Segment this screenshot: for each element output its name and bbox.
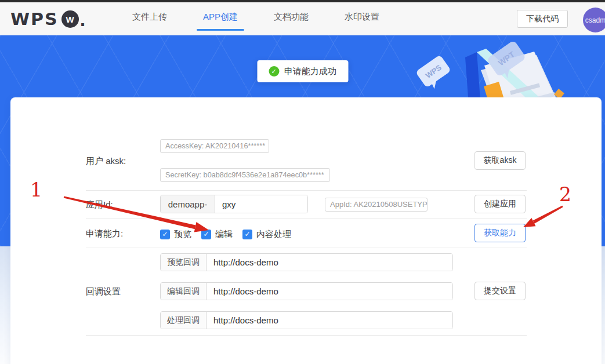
process-callback-prefix: 处理回调 [161, 312, 207, 329]
avatar[interactable]: csadm [583, 8, 605, 32]
main-nav: 文件上传 APP创建 文档功能 水印设置 [131, 2, 381, 35]
page: WPS WPT ✓ 申请能力成功 WPS W . 文件上传 APP创建 文档功能… [0, 0, 605, 364]
logo-wordmark: WPS [10, 10, 59, 28]
checkbox-label: 内容处理 [256, 229, 291, 240]
app-header: WPS W . 文件上传 APP创建 文档功能 水印设置 下载代码 csadm [0, 2, 605, 35]
create-app-button[interactable]: 创建应用 [474, 195, 526, 213]
tab-watermark-settings[interactable]: 水印设置 [343, 12, 381, 26]
preview-callback-group: 预览回调 [160, 253, 453, 271]
success-check-icon: ✓ [269, 66, 279, 77]
app-id-prefix: demoapp- [161, 195, 215, 213]
edit-callback-input[interactable] [207, 283, 452, 300]
checkbox-label: 预览 [174, 229, 191, 240]
get-aksk-button[interactable]: 获取aksk [474, 151, 526, 170]
download-code-button[interactable]: 下载代码 [517, 10, 568, 28]
get-capability-button[interactable]: 获取能力 [474, 224, 526, 242]
divider [86, 335, 527, 336]
checkbox-checked-icon: ✓ [201, 230, 211, 239]
process-callback-group: 处理回调 [160, 311, 453, 329]
app-form-card: AccessKey: AK20210416****** 用户 aksk: Sec… [10, 97, 602, 364]
logo-dot: . [80, 13, 85, 25]
success-toast: ✓ 申请能力成功 [257, 60, 348, 82]
tab-app-create[interactable]: APP创建 [201, 12, 240, 26]
checkbox-checked-icon: ✓ [160, 230, 170, 239]
app-id-label: 应用Id: [86, 199, 113, 210]
submit-settings-button[interactable]: 提交设置 [474, 282, 526, 300]
toast-message: 申请能力成功 [284, 66, 336, 77]
checkbox-checked-icon: ✓ [242, 230, 252, 239]
divider [86, 219, 527, 219]
wps-logo[interactable]: WPS W . [10, 6, 85, 32]
aksk-label: 用户 aksk: [86, 156, 126, 167]
app-id-input[interactable] [215, 195, 307, 213]
app-id-display: AppId: AK20210508USETYP [325, 198, 428, 212]
process-callback-input[interactable] [207, 312, 452, 329]
secret-key-display: SecretKey: b0ab8dc9f4536e2e1a874eec0b***… [160, 168, 330, 182]
checkbox-label: 编辑 [215, 229, 233, 240]
checkbox-edit[interactable]: ✓ 编辑 [201, 229, 233, 240]
callbacks-label: 回调设置 [86, 286, 121, 297]
capabilities-label: 申请能力: [86, 228, 123, 239]
app-id-input-group: demoapp- [160, 195, 308, 213]
logo-badge-icon: W [61, 10, 79, 28]
wps-bubble: WPS [415, 54, 454, 92]
edit-callback-prefix: 编辑回调 [161, 283, 207, 300]
divider [86, 190, 527, 191]
tab-file-upload[interactable]: 文件上传 [131, 12, 169, 26]
tab-doc-functions[interactable]: 文档功能 [272, 12, 310, 26]
divider [86, 247, 527, 247]
access-key-display: AccessKey: AK20210416****** [160, 139, 269, 153]
checkbox-content-processing[interactable]: ✓ 内容处理 [242, 229, 291, 240]
preview-callback-prefix: 预览回调 [161, 254, 207, 271]
preview-callback-input[interactable] [207, 254, 452, 271]
checkbox-preview[interactable]: ✓ 预览 [160, 229, 191, 240]
capabilities-group: ✓ 预览 ✓ 编辑 ✓ 内容处理 [160, 229, 291, 239]
edit-callback-group: 编辑回调 [160, 282, 453, 300]
